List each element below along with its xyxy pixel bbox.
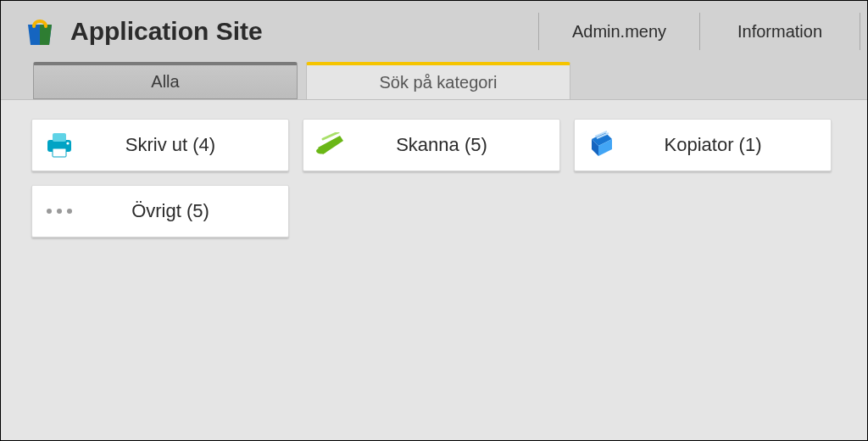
copier-icon [575, 131, 629, 159]
tab-search-category[interactable]: Sök på kategori [306, 62, 570, 99]
header-actions: Admin.meny Information [538, 13, 860, 50]
category-label: Skanna (5) [358, 134, 559, 156]
more-icon [32, 209, 86, 214]
scanner-icon [303, 132, 358, 158]
category-label: Kopiator (1) [629, 134, 831, 156]
header: Application Site Admin.meny Information [1, 1, 867, 62]
shopping-bag-icon [23, 14, 57, 48]
tab-all[interactable]: Alla [33, 62, 298, 99]
header-left: Application Site [8, 14, 263, 48]
svg-point-3 [66, 142, 69, 144]
svg-point-4 [316, 148, 326, 154]
content-area: Skriv ut (4) Skanna (5) [1, 99, 867, 441]
svg-rect-1 [53, 133, 66, 142]
category-card-copy[interactable]: Kopiator (1) [574, 119, 832, 171]
page-title: Application Site [70, 17, 263, 46]
category-card-other[interactable]: Övrigt (5) [31, 185, 289, 237]
category-grid: Skriv ut (4) Skanna (5) [31, 119, 837, 237]
category-card-scan[interactable]: Skanna (5) [303, 119, 560, 171]
category-card-print[interactable]: Skriv ut (4) [31, 119, 289, 171]
information-button[interactable]: Information [699, 13, 860, 50]
category-label: Skriv ut (4) [86, 134, 288, 156]
printer-icon [32, 131, 86, 159]
category-label: Övrigt (5) [86, 200, 288, 222]
tab-bar: Alla Sök på kategori [1, 62, 867, 99]
svg-rect-2 [53, 148, 66, 157]
admin-menu-button[interactable]: Admin.meny [538, 13, 699, 50]
